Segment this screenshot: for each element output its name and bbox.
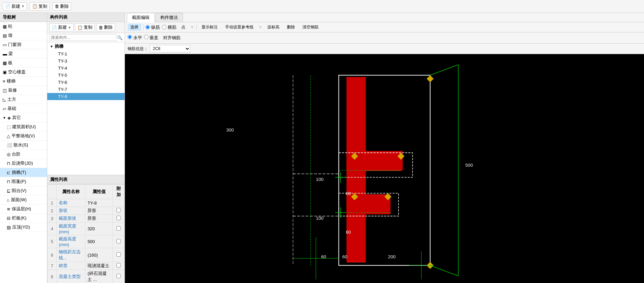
door-window-icon: ▭ (3, 42, 7, 47)
show-label-button[interactable]: 显示标注 (199, 24, 220, 31)
comp-item-TY-8[interactable]: TY-8 (47, 93, 125, 100)
beam-icon: ▬ (3, 51, 7, 56)
delete-button-top[interactable]: 🗑 删除 (52, 2, 71, 10)
properties-table: 属性名称 属性值 附加 1 名称 TY-8 2 形状 异形 3 截面形状 异形 … (47, 184, 125, 283)
step-icon: ◎ (7, 152, 10, 157)
prop-checkbox-cell (113, 222, 125, 235)
awning-icon: ⊓ (7, 179, 10, 184)
component-list-panel: 构件列表 📄 新建 ▼ 📋 复制 🗑 删除 🔍 (47, 13, 125, 175)
sidebar-item-step[interactable]: ◎ 台阶 (0, 150, 47, 159)
dim-60b: 60 (346, 230, 351, 235)
slab-icon: ▩ (3, 61, 7, 66)
new-comp-button[interactable]: 📄 新建 ▼ (49, 23, 74, 31)
prop-checkbox[interactable] (116, 274, 121, 278)
prop-checkbox[interactable] (116, 226, 121, 231)
comp-item-TY-6[interactable]: TY-6 (47, 79, 125, 86)
prop-name[interactable]: 形状 (57, 207, 85, 215)
sidebar-item-pressure[interactable]: ▤ 压顶(YD) (0, 223, 47, 232)
prop-name[interactable]: 轴线距左边线... (57, 248, 85, 262)
sidebar-item-apron[interactable]: ⬜ 散水(S) (0, 141, 47, 150)
sidebar-item-label: 屋面(W) (11, 197, 27, 203)
prop-checkbox-cell (113, 270, 125, 283)
sidebar-item-awning[interactable]: ⊓ 雨蓬(P) (0, 177, 47, 186)
prop-checkbox[interactable] (116, 263, 121, 267)
sidebar-item-balcony[interactable]: ⊑ 阳台(V) (0, 186, 47, 195)
tab-section-edit[interactable]: 截面编辑 (127, 13, 155, 22)
sidebar-item-leveling[interactable]: △ 平整场地(V) (0, 132, 47, 141)
component-group-header[interactable]: ▼ 挑檐 (47, 42, 125, 50)
tab-micro[interactable]: 构件微法 (155, 13, 183, 22)
sidebar-item-railing[interactable]: ⊟ 栏板(K) (0, 214, 47, 223)
set-height-button[interactable]: 设标高 (265, 24, 282, 31)
prop-checkbox[interactable] (116, 216, 121, 220)
sidebar-item-label: 栏板(K) (12, 215, 26, 221)
sidebar-item-roof[interactable]: ⌂ 屋面(W) (0, 195, 47, 205)
vertical-radio[interactable] (144, 35, 149, 39)
new-button[interactable]: 📄 新建 ▼ (3, 2, 27, 10)
prop-checkbox-cell (113, 199, 125, 207)
rebar-select[interactable]: 2C8 (150, 45, 190, 52)
delete-comp-button[interactable]: 🗑 删除 (96, 23, 115, 31)
sidebar-item-hollow-floor[interactable]: ▣ 空心楼盖 (0, 68, 47, 77)
sidebar-item-cantilever[interactable]: ⊏ 挑檐(T) (0, 168, 47, 177)
sidebar-item-door-window[interactable]: ▭ 门窗洞 (0, 40, 47, 49)
longitudinal-label[interactable]: 纵筋 (151, 24, 160, 30)
table-row: 8 混凝土类型 (碎石混凝土 ... (48, 270, 125, 283)
sidebar-item-beam[interactable]: ▬ 梁 (0, 49, 47, 58)
sidebar-item-wall[interactable]: ▤ 墙 (0, 31, 47, 40)
vertical-label[interactable]: 垂直 (150, 35, 158, 40)
sidebar-item-foundation[interactable]: ▱ 基础 (0, 104, 47, 113)
prop-checkbox[interactable] (116, 208, 121, 212)
search-icon[interactable]: 🔍 (117, 35, 123, 40)
sidebar-item-label: 压顶(YD) (12, 224, 30, 230)
longitudinal-radio-group: 纵筋 (145, 24, 160, 30)
sidebar-item-label: 空心楼盖 (8, 69, 26, 75)
sidebar-item-decoration[interactable]: ◫ 装修 (0, 86, 47, 95)
clear-rebar-button[interactable]: 清空钢筋 (300, 24, 321, 31)
sidebar-item-slab[interactable]: ▩ 板 (0, 58, 47, 68)
prop-name[interactable]: 截面形状 (57, 215, 85, 222)
transverse-radio[interactable] (162, 25, 166, 29)
prop-name[interactable]: 混凝土类型 (57, 270, 85, 283)
sidebar-item-insulation[interactable]: ≋ 保温层(H) (0, 205, 47, 214)
comp-item-TY-7[interactable]: TY-7 (47, 86, 125, 93)
manual-ref-button[interactable]: 手动设置参考线 (222, 24, 256, 31)
point-button[interactable]: 点 (179, 24, 188, 31)
comp-item-TY-1[interactable]: TY-1 (47, 50, 125, 57)
prop-checkbox[interactable] (116, 252, 121, 257)
horizontal-radio[interactable] (128, 35, 132, 39)
sidebar-item-label: 其它 (12, 115, 21, 121)
group-expand-icon: ▼ (50, 45, 53, 48)
prop-name[interactable]: 名称 (57, 199, 85, 207)
sidebar-item-stair[interactable]: ≡ 楼梯 (0, 77, 47, 86)
longitudinal-radio[interactable] (145, 25, 150, 29)
select-button[interactable]: 选择 (128, 24, 141, 31)
sidebar-item-earthwork[interactable]: ◺ 土方 (0, 95, 47, 104)
transverse-label[interactable]: 横筋 (168, 24, 177, 30)
sidebar-item-building-area[interactable]: ⬚ 建筑面积(U) (0, 122, 47, 132)
prop-value: 现浇混凝土 (85, 262, 113, 270)
prop-num: 7 (48, 262, 57, 270)
delete-rebar-button[interactable]: 删除 (284, 24, 298, 31)
section-drawing: 300 500 (125, 54, 644, 283)
prop-checkbox-cell (113, 235, 125, 248)
prop-name[interactable]: 截面宽度(mm) (57, 222, 85, 235)
horizontal-label[interactable]: 水平 (133, 35, 142, 40)
prop-name[interactable]: 截面高度(mm) (57, 235, 85, 248)
sidebar-item-column[interactable]: ▦ 柱 (0, 22, 47, 31)
sidebar-item-other[interactable]: ▼ ◈ 其它 (0, 113, 47, 122)
comp-item-TY-3[interactable]: TY-3 (47, 57, 125, 65)
comp-item-TY-4[interactable]: TY-4 (47, 65, 125, 72)
prop-checkbox-cell (113, 207, 125, 215)
prop-name[interactable]: 材质 (57, 262, 85, 270)
building-area-icon: ⬚ (7, 124, 11, 129)
search-input[interactable] (49, 34, 116, 41)
sidebar-item-post-pour[interactable]: ⊓ 后浇带(JD) (0, 159, 47, 168)
copy-button[interactable]: 📋 复制 (30, 2, 50, 10)
align-rebar-button[interactable]: 对齐钢筋 (160, 34, 183, 42)
new-icon: 📄 (5, 4, 10, 9)
copy-comp-button[interactable]: 📋 复制 (75, 23, 95, 31)
comp-item-TY-5[interactable]: TY-5 (47, 72, 125, 79)
prop-checkbox[interactable] (116, 239, 121, 243)
prop-num: 5 (48, 235, 57, 248)
